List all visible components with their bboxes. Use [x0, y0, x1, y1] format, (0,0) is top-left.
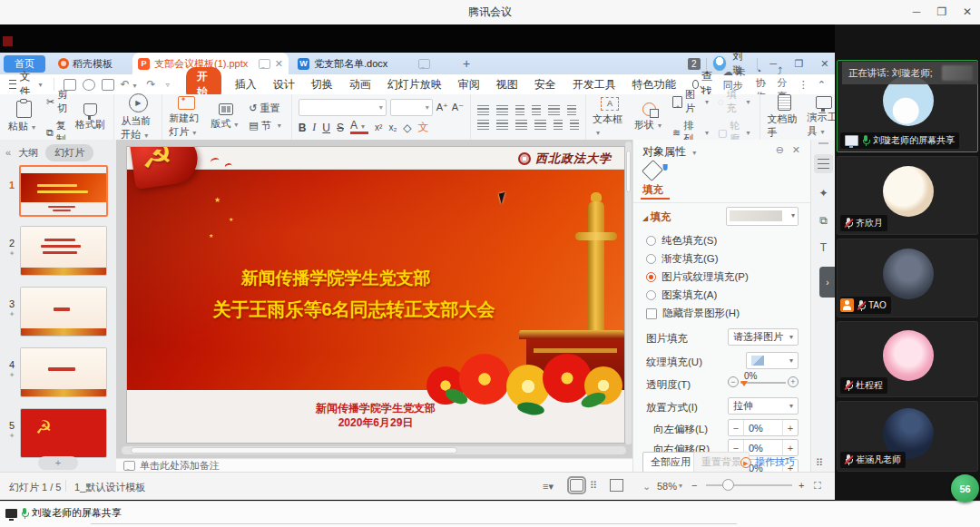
expand-panel-icon[interactable]: › [819, 267, 836, 298]
slide-title-line2[interactable]: 关于王雨乐等6名同志转正支部大会 [127, 298, 581, 322]
tab-document-docx[interactable]: W 党支部名单.docx [292, 53, 436, 74]
shapes-button[interactable]: 形状▾ [632, 102, 667, 132]
tab-outline[interactable]: 大纲 [18, 146, 38, 160]
fill-section-header[interactable]: 填充 [642, 210, 671, 224]
hamburger-icon[interactable] [9, 80, 16, 89]
normal-view-icon[interactable] [570, 479, 583, 492]
notes-bar[interactable]: 单击此处添加备注 [116, 458, 632, 472]
play-from-current-button[interactable]: ▶ 从当前开始▾ [121, 93, 155, 142]
layout-button[interactable]: 版式▾ [209, 103, 243, 131]
fill-tab[interactable]: 填充 [642, 183, 663, 197]
properties-strip-icon[interactable] [814, 154, 833, 173]
menu-review[interactable]: 审阅 [450, 75, 488, 94]
tab-docer[interactable]: 稻壳模板 [51, 53, 129, 74]
subscript-button[interactable]: x₂ [388, 122, 397, 132]
zoom-slider-handle[interactable] [722, 479, 734, 491]
picture-fill-select[interactable]: 请选择图片▾ [728, 328, 799, 346]
bold-button[interactable]: B [299, 122, 307, 134]
slide-thumbnail-4[interactable] [20, 347, 107, 397]
zoom-out-icon[interactable]: − [691, 480, 697, 491]
placement-select[interactable]: 拉伸▾ [728, 397, 799, 415]
reset-button[interactable]: ↺ 重置 [249, 102, 284, 115]
slide-thumbnail-5[interactable]: ☭ [20, 408, 107, 458]
slide-thumbnail-2[interactable] [20, 226, 107, 276]
participant-tile-tao[interactable]: TAO [837, 239, 978, 317]
minimize-icon[interactable]: ─ [904, 0, 929, 24]
slide-thumbnail-3[interactable] [20, 287, 107, 337]
number-list-icon[interactable] [496, 105, 508, 115]
animation-strip-icon[interactable]: ✦ [814, 183, 833, 202]
line-spacing-icon[interactable] [554, 120, 563, 130]
font-size-select[interactable]: ▾ [390, 99, 433, 116]
grid-view-icon[interactable]: ⠿ [816, 457, 824, 469]
menu-view[interactable]: 视图 [488, 75, 526, 94]
menu-security[interactable]: 安全 [526, 75, 564, 94]
increase-font-button[interactable]: A⁺ [436, 102, 448, 113]
zoom-slider[interactable] [706, 484, 792, 486]
slide-thumbnail-1[interactable] [19, 165, 108, 217]
fill-swatch-select[interactable]: ▾ [726, 207, 799, 226]
reading-view-icon[interactable] [610, 479, 623, 492]
slide-footer-line1[interactable]: 新闻传播学院学生党支部 [127, 401, 624, 416]
undo-icon[interactable]: ↶▾ [121, 78, 141, 91]
participant-tile-cuihanfan[interactable]: 崔涵凡老师 [837, 401, 978, 472]
apply-all-button[interactable]: 全部应用 [642, 452, 699, 473]
texture-fill-select[interactable]: ▾ [746, 352, 799, 369]
text-strip-icon[interactable]: T [814, 238, 833, 257]
slider-handle[interactable] [740, 381, 748, 390]
current-slide[interactable]: ★ ★ ★ 新闻传播学院学生党支部 关于王雨乐等6名同志转正支部大会 西北政法大 [127, 147, 624, 443]
reaction-badge[interactable]: 56 [951, 474, 979, 503]
radio-picture-fill[interactable]: 图片或纹理填充(P) [646, 270, 749, 284]
bullet-list-icon[interactable] [477, 105, 489, 115]
align-left-icon[interactable] [477, 120, 489, 130]
justify-icon[interactable] [534, 120, 546, 130]
comment-icon[interactable] [259, 59, 270, 69]
print-icon[interactable] [83, 79, 95, 91]
template-name[interactable]: 1_默认设计模板 [74, 481, 145, 494]
menu-transition[interactable]: 切换 [303, 75, 341, 94]
columns-icon[interactable] [567, 105, 576, 115]
text-direction-icon[interactable] [548, 105, 560, 115]
section-button[interactable]: ▤ 节▾ [249, 119, 284, 132]
scrollbar-thumb[interactable] [626, 151, 631, 192]
align-right-icon[interactable] [515, 120, 527, 130]
add-slide-button[interactable]: + [38, 456, 78, 470]
clear-format-icon[interactable]: ◇ [403, 122, 411, 134]
zoom-level[interactable]: 58% [657, 481, 677, 492]
checkbox-hide-background[interactable]: 隐藏背景图形(H) [646, 307, 740, 320]
transparency-slider[interactable]: − 0% + [728, 374, 800, 391]
new-tab-button[interactable]: + [457, 54, 475, 73]
paste-button[interactable]: 粘贴▾ [6, 101, 41, 133]
collapse-panel-icon[interactable]: « [5, 147, 11, 158]
radio-pattern-fill[interactable]: 图案填充(A) [646, 288, 717, 302]
decrease-font-button[interactable]: A⁻ [452, 102, 464, 113]
menu-design[interactable]: 设计 [265, 75, 303, 94]
indent-icon[interactable] [532, 105, 541, 115]
strike-button[interactable]: S [337, 122, 344, 134]
menu-insert[interactable]: 插入 [227, 75, 265, 94]
close-icon[interactable]: ✕ [955, 0, 980, 24]
format-painter-button[interactable]: 格式刷 [73, 103, 107, 132]
decrease-icon[interactable]: − [728, 376, 739, 387]
redo-icon[interactable]: ↷ [147, 78, 156, 91]
doc-assistant-button[interactable]: 文档助手 [767, 94, 801, 140]
offset-left-stepper[interactable]: −0%+ [728, 419, 799, 436]
desktop-icon[interactable] [3, 36, 13, 46]
cut-button[interactable]: ✂ 剪切 [46, 88, 67, 115]
comment-icon[interactable] [418, 59, 430, 69]
slide-footer-line2[interactable]: 2020年6月29日 [127, 415, 624, 431]
maximize-icon[interactable]: ❐ [929, 0, 955, 24]
radio-solid-fill[interactable]: 纯色填充(S) [646, 234, 717, 248]
menu-slideshow[interactable]: 幻灯片放映 [379, 75, 450, 94]
notes-toggle-icon[interactable]: ≡▾ [543, 481, 554, 493]
radio-gradient-fill[interactable]: 渐变填充(G) [646, 252, 719, 266]
more-icon[interactable]: ⋮ [799, 79, 808, 91]
pin-icon[interactable]: ⊖ [776, 144, 784, 156]
vertical-scrollbar[interactable] [625, 142, 632, 444]
outdent-icon[interactable] [515, 105, 524, 115]
slide-title-line1[interactable]: 新闻传播学院学生党支部 [127, 267, 544, 290]
sorter-view-icon[interactable]: ⠿ [590, 480, 598, 492]
font-name-select[interactable]: ▾ [299, 99, 387, 116]
phonetic-button[interactable]: 文 [418, 120, 429, 135]
preview-icon[interactable] [102, 79, 114, 91]
